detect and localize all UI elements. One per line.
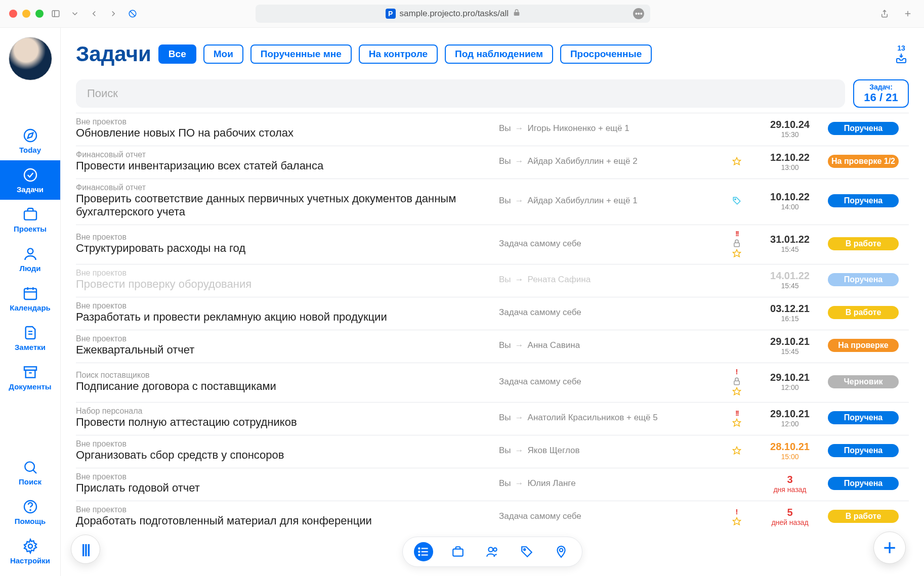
sidebar-item-people[interactable]: Люди: [0, 239, 60, 279]
task-date: 29.10.21: [757, 336, 823, 347]
svg-point-24: [28, 544, 32, 548]
task-row[interactable]: Вне проектовОрганизовать сбор средств у …: [76, 435, 909, 468]
browser-toolbar: P sample.projecto.pro/tasks/all •••: [0, 0, 924, 28]
sidebar-item-tasks[interactable]: Задачи: [0, 160, 60, 200]
task-assignment: Вы→Яков Щеглов: [499, 446, 717, 456]
close-icon[interactable]: [9, 10, 17, 18]
sidebar-item-label: Настройки: [10, 556, 50, 565]
person-icon: [22, 246, 38, 262]
task-time: 15:00: [757, 453, 823, 461]
sidebar-item-today[interactable]: Today: [0, 121, 60, 160]
filter-my[interactable]: Мои: [203, 45, 243, 64]
note-icon: [22, 325, 38, 341]
task-project: Вне проектов: [76, 334, 494, 343]
more-icon[interactable]: •••: [633, 8, 644, 19]
task-assignment: Вы→Айдар Хабибуллин + ещё 1: [499, 196, 717, 206]
task-assignee: Задача самому себе: [499, 239, 581, 249]
site-badge-icon: P: [386, 9, 396, 19]
task-date: 31.01.22: [757, 234, 823, 245]
help-icon: [22, 499, 38, 515]
sidebar-item-label: Задачи: [17, 185, 44, 194]
task-time: 12:00: [757, 383, 823, 391]
task-assignee: Игорь Никоненко + ещё 1: [528, 123, 629, 134]
share-icon[interactable]: [877, 7, 892, 21]
filter-watching[interactable]: Под наблюдением: [445, 45, 553, 64]
task-title: Обновление новых ПО на рабочих столах: [76, 126, 494, 140]
svg-rect-30: [734, 381, 740, 385]
search-input[interactable]: [76, 79, 845, 108]
counter-label: Задач:: [869, 83, 893, 91]
task-assigner: Вы: [499, 340, 511, 350]
task-row[interactable]: Вне проектовСтруктурировать расходы на г…: [76, 225, 909, 264]
svg-rect-41: [453, 549, 463, 556]
bottom-toolbar: [402, 537, 582, 567]
minimize-icon[interactable]: [22, 10, 30, 18]
tool-location[interactable]: [552, 542, 571, 561]
task-row[interactable]: Вне проектовДоработать подготовленный ма…: [76, 501, 909, 534]
tool-projects[interactable]: [448, 542, 468, 561]
maximize-icon[interactable]: [35, 10, 44, 18]
sidebar-item-label: Помощь: [15, 517, 46, 525]
sidebar-item-documents[interactable]: Документы: [0, 358, 60, 397]
task-row[interactable]: Вне проектовОбновление новых ПО на рабоч…: [76, 113, 909, 146]
task-assignment: Вы→Игорь Никоненко + ещё 1: [499, 123, 717, 134]
task-date: 14.01.22: [757, 270, 823, 282]
task-row[interactable]: Вне проектовПровести проверку оборудован…: [76, 264, 909, 297]
task-time: дня назад: [757, 485, 823, 494]
app-icon[interactable]: [125, 7, 140, 21]
new-tab-icon[interactable]: [901, 7, 915, 21]
tool-tags[interactable]: [517, 542, 536, 561]
task-assignee: Задача самому себе: [499, 307, 581, 318]
task-assignee: Айдар Хабибуллин + ещё 2: [528, 156, 638, 166]
chevron-down-icon[interactable]: [68, 7, 82, 21]
sidebar-item-notes[interactable]: Заметки: [0, 318, 60, 358]
task-assignee: Задача самому себе: [499, 511, 581, 521]
task-project: Вне проектов: [76, 472, 494, 481]
sidebar-item-projects[interactable]: Проекты: [0, 200, 60, 239]
tool-list[interactable]: [414, 542, 433, 561]
task-row[interactable]: Финансовый отчетПроверить соответствие д…: [76, 179, 909, 225]
task-title: Провести проверку оборудования: [76, 278, 494, 291]
filter-assigned[interactable]: Порученные мне: [250, 45, 352, 64]
sidebar-item-search[interactable]: Поиск: [0, 453, 60, 492]
svg-point-23: [30, 510, 30, 510]
task-row[interactable]: Финансовый отчетПровести инвентаризацию …: [76, 146, 909, 179]
task-time: 15:30: [757, 130, 823, 139]
avatar[interactable]: [9, 37, 52, 80]
task-time: 13:00: [757, 163, 823, 171]
tool-people[interactable]: [483, 542, 502, 561]
check-circle-icon: [22, 167, 38, 183]
sidebar-item-calendar[interactable]: Календарь: [0, 279, 60, 318]
forward-icon[interactable]: [106, 7, 120, 21]
sidebar-item-help[interactable]: Помощь: [0, 492, 60, 531]
task-row[interactable]: Вне проектовЕжеквартальный отчетВы→Анна …: [76, 330, 909, 363]
task-row[interactable]: Поиск поставщиковПодписание договора с п…: [76, 363, 909, 402]
task-title: Провести полную аттестацию сотрудников: [76, 416, 494, 429]
arrow-icon: →: [515, 446, 524, 456]
search-icon: [22, 459, 38, 475]
sidebar-item-settings[interactable]: Настройки: [0, 531, 60, 571]
filter-control[interactable]: На контроле: [359, 45, 438, 64]
sidebar-toggle-icon[interactable]: [49, 7, 63, 21]
task-time: дней назад: [757, 518, 823, 526]
filter-all[interactable]: Все: [158, 45, 196, 64]
url-bar[interactable]: P sample.projecto.pro/tasks/all •••: [256, 5, 650, 23]
svg-point-40: [418, 554, 419, 555]
status-badge: В работе: [828, 306, 899, 319]
back-icon[interactable]: [87, 7, 101, 21]
task-indicators: !!: [722, 229, 752, 258]
task-row[interactable]: Вне проектовПрислать годовой отчетВы→Юли…: [76, 468, 909, 501]
filter-overdue[interactable]: Просроченные: [560, 45, 652, 64]
task-assigner: Вы: [499, 196, 511, 206]
url-text: sample.projecto.pro/tasks/all: [400, 9, 509, 19]
task-row[interactable]: Набор персоналаПровести полную аттестаци…: [76, 402, 909, 435]
tag-icon: [520, 545, 533, 558]
inbox-button[interactable]: 13: [894, 44, 909, 64]
task-project: Вне проектов: [76, 505, 494, 514]
task-project: Вне проектов: [76, 233, 494, 242]
columns-fab[interactable]: |||: [71, 535, 100, 564]
status-badge: Поручена: [828, 122, 899, 135]
task-row[interactable]: Вне проектовРазработать и провести рекла…: [76, 297, 909, 330]
add-fab[interactable]: +: [873, 531, 906, 564]
sidebar-item-label: Люди: [20, 264, 41, 273]
